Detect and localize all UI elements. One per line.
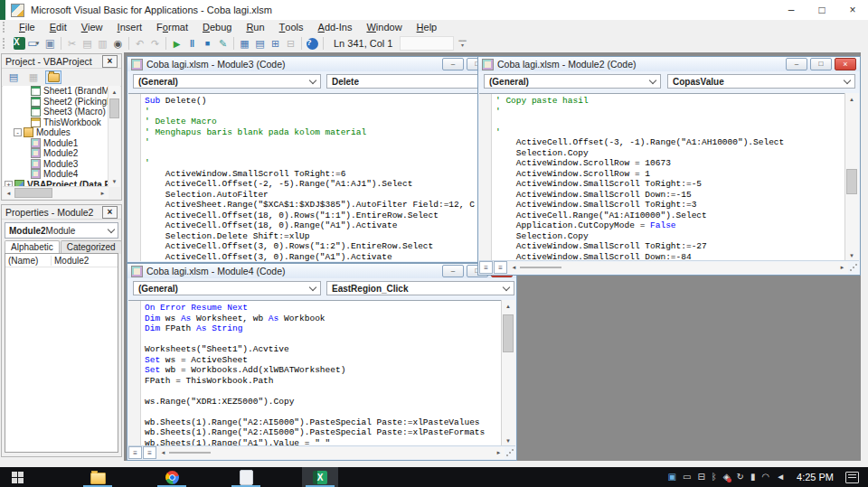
tree-expander[interactable] [21, 139, 29, 147]
taskbar-explorer-button[interactable] [80, 467, 116, 487]
module3-titlebar[interactable]: Coba lagi.xlsm - Module3 (Code) – □ × [127, 57, 516, 71]
menu-help[interactable]: Help [410, 20, 445, 34]
tray-display-icon[interactable]: ▭ [683, 473, 691, 482]
view-excel-button[interactable]: X [12, 36, 27, 51]
scrollbar-thumb[interactable] [503, 314, 514, 352]
find-button[interactable]: ◉ [110, 36, 126, 51]
properties-window-button[interactable]: ▤ [252, 36, 268, 51]
close-button[interactable]: × [837, 0, 868, 20]
properties-panel-close-button[interactable]: × [102, 206, 118, 219]
taskbar-clock[interactable]: 4:25 PM [791, 472, 839, 482]
module2-procedure-dropdown[interactable]: CopasValue [667, 74, 855, 89]
tab-alphabetic[interactable]: Alphabetic [5, 240, 60, 254]
menu-tools[interactable]: Tools [272, 20, 311, 34]
menu-window[interactable]: Window [359, 20, 409, 34]
start-button[interactable] [0, 467, 34, 487]
tray-battery-icon[interactable]: ▮ [750, 473, 756, 482]
tree-expander[interactable] [21, 87, 29, 95]
tree-item-module4[interactable]: Module4 [3, 169, 108, 180]
tree-item-module1[interactable]: Module1 [3, 138, 108, 149]
full-module-view-button[interactable]: ≡ [494, 261, 507, 274]
module3-code-editor[interactable]: Sub Delete()'' Delete Macro' Menghapus b… [141, 94, 515, 261]
scroll-up-icon[interactable]: ▲ [845, 93, 858, 105]
resize-grip[interactable] [848, 262, 859, 273]
property-name-cell[interactable]: (Name) [5, 256, 52, 266]
toolbar-options-button[interactable]: ══▾ [456, 36, 468, 51]
project-tree-vertical-scrollbar[interactable]: ▲ ▼ [108, 86, 120, 187]
resize-grip[interactable] [505, 447, 515, 458]
action-center-icon[interactable] [845, 472, 859, 483]
module2-vertical-scrollbar[interactable]: ▲ ▼ [844, 93, 859, 261]
tree-expander[interactable] [21, 149, 29, 157]
tray-defender-icon[interactable]: ◈ [723, 473, 731, 482]
property-row[interactable]: (Name) Module2 [5, 254, 118, 267]
scroll-right-icon[interactable]: ► [97, 187, 108, 199]
scroll-right-icon[interactable]: ► [493, 447, 505, 459]
toolbox-button[interactable]: ⊞ [268, 36, 283, 51]
module4-horizontal-scrollbar[interactable]: ◄ ► [157, 447, 505, 459]
module2-maximize-button[interactable]: □ [810, 58, 832, 70]
module4-object-dropdown[interactable]: (General) [133, 281, 321, 295]
minimize-button[interactable]: – [776, 0, 807, 20]
menubar-drag-handle[interactable] [3, 22, 9, 33]
tray-volume-icon[interactable]: ◄ [776, 473, 785, 482]
tree-item-module2[interactable]: Module2 [3, 148, 108, 159]
module2-titlebar[interactable]: Coba lagi.xlsm - Module2 (Code) – □ × [478, 57, 860, 71]
project-tree-horizontal-scrollbar[interactable]: ◄ ► [3, 186, 108, 199]
tray-usb-icon[interactable]: ⊟ [697, 473, 704, 482]
run-macro-button[interactable]: ▶ [169, 36, 184, 51]
scroll-down-icon[interactable]: ▼ [108, 175, 120, 187]
scrollbar-thumb[interactable] [846, 169, 857, 194]
toggle-folders-button[interactable] [45, 70, 61, 84]
scroll-up-icon[interactable]: ▲ [108, 86, 120, 98]
full-module-view-button[interactable]: ≡ [143, 446, 156, 459]
break-button[interactable]: ‖ [184, 36, 200, 51]
module2-code-editor[interactable]: ' Copy paste hasil' ' ActiveCell.Offset(… [492, 94, 845, 261]
scrollbar-thumb[interactable] [109, 98, 119, 118]
cut-button[interactable]: ✂ [64, 36, 80, 51]
module4-titlebar[interactable]: Coba lagi.xlsm - Module4 (Code) – □ × [127, 264, 516, 278]
taskbar-notes-button[interactable] [228, 467, 264, 487]
menu-format[interactable]: Format [149, 20, 195, 34]
reset-button[interactable]: ■ [200, 36, 215, 51]
menu-insert[interactable]: Insert [110, 20, 150, 34]
tree-expander[interactable] [21, 170, 29, 178]
scroll-right-icon[interactable]: ► [836, 262, 848, 274]
undo-button[interactable]: ↶ [132, 36, 147, 51]
tree-item-sheet2[interactable]: Sheet2 (PickingL [3, 97, 108, 108]
menu-edit[interactable]: Edit [42, 20, 74, 34]
paste-button[interactable]: ▥ [95, 36, 110, 51]
tray-bluetooth-icon[interactable]: ᛒ [712, 473, 717, 482]
menu-run[interactable]: Run [239, 20, 271, 34]
tree-expander[interactable] [21, 118, 29, 126]
toolbar-drag-handle[interactable] [3, 38, 9, 49]
maximize-button[interactable]: □ [807, 0, 837, 20]
property-value-cell[interactable]: Module2 [52, 256, 118, 266]
project-explorer-button[interactable]: ▦ [237, 36, 252, 51]
save-button[interactable]: ▣ [42, 36, 58, 51]
module2-close-button[interactable]: × [835, 58, 856, 70]
tray-wifi-icon[interactable]: ◠ [761, 473, 769, 482]
module2-object-dropdown[interactable]: (General) [484, 74, 661, 89]
taskbar-chrome-button[interactable] [154, 467, 190, 487]
tab-categorized[interactable]: Categorized [61, 240, 122, 254]
tree-item-sheet1[interactable]: Sheet1 (BrandM [3, 86, 108, 97]
procedure-view-button[interactable]: ≡ [128, 446, 142, 459]
copy-button[interactable]: ▤ [80, 36, 95, 51]
insert-userform-button[interactable]: ▭▾ [27, 36, 42, 51]
procedure-view-button[interactable]: ≡ [479, 261, 493, 274]
module2-minimize-button[interactable]: – [786, 58, 807, 70]
module2-horizontal-scrollbar[interactable]: ◄ ► [508, 262, 848, 274]
module4-code-editor[interactable]: On Error Resume NextDim ws As Worksheet,… [141, 301, 502, 446]
project-panel-close-button[interactable]: × [102, 55, 118, 68]
scroll-left-icon[interactable]: ◄ [3, 187, 14, 199]
help-button[interactable]: ? [305, 36, 320, 51]
menu-addins[interactable]: Add-Ins [311, 20, 360, 34]
module4-procedure-dropdown[interactable]: EastRegion_Click [326, 281, 514, 295]
menu-debug[interactable]: Debug [195, 20, 239, 34]
menu-view[interactable]: View [74, 20, 110, 34]
menu-file[interactable]: File [12, 20, 42, 34]
object-browser-button[interactable]: ⊟ [283, 36, 298, 51]
tree-expander[interactable]: - [14, 128, 22, 136]
scroll-up-icon[interactable]: ▲ [502, 300, 514, 312]
